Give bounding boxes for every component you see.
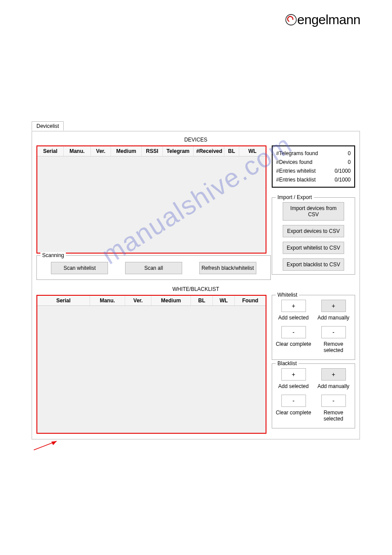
wl-add-manually-button[interactable]: + — [321, 300, 346, 312]
scan-all-button[interactable]: Scan all — [125, 262, 182, 274]
col-wl[interactable]: WL — [239, 146, 266, 156]
bl-add-selected-button[interactable]: + — [281, 368, 306, 381]
devices-heading: DEVICES — [36, 137, 355, 143]
wb-col-ver[interactable]: Ver. — [125, 296, 151, 305]
col-ver[interactable]: Ver. — [91, 146, 111, 156]
wl-remove-button[interactable]: - — [321, 326, 346, 338]
wl-add-selected-button[interactable]: + — [281, 300, 306, 312]
stat-bl-value: 0/1000 — [334, 177, 351, 183]
brand-text: engelmann — [297, 12, 360, 27]
tab-panel: DEVICES Serial Manu. Ver. Medium RSSI Te… — [32, 131, 360, 439]
bl-add-manually-button[interactable]: + — [321, 368, 346, 381]
col-serial[interactable]: Serial — [37, 146, 64, 156]
annotation-arrow-icon — [30, 439, 61, 452]
blacklist-group: Blacklist + + Add selected Add manually … — [272, 363, 355, 428]
bl-clear-button[interactable]: - — [281, 395, 306, 407]
col-bl[interactable]: BL — [224, 146, 239, 156]
blacklist-legend: Blacklist — [276, 360, 298, 366]
stats-panel: #Telegrams found 0 #Devices found 0 #Ent… — [272, 145, 355, 188]
bl-remove-label: Remove selected — [316, 410, 351, 422]
wl-add-selected-label: Add selected — [278, 315, 309, 321]
whitelist-group: Whitelist + + Add selected Add manually … — [272, 295, 355, 360]
devices-table[interactable]: Serial Manu. Ver. Medium RSSI Telegram #… — [36, 145, 266, 254]
wl-clear-label: Clear complete — [276, 341, 311, 353]
bl-clear-label: Clear complete — [276, 410, 311, 422]
brand-logo: engelmann — [285, 12, 360, 27]
stat-devices-label: #Devices found — [276, 159, 313, 165]
scanning-group: Scanning Scan whitelist Scan all Refresh… — [36, 255, 271, 280]
col-rssi[interactable]: RSSI — [142, 146, 163, 156]
wl-add-manually-label: Add manually — [317, 315, 349, 321]
import-export-group: Import / Export Import devices from CSV … — [272, 197, 355, 275]
app-window: Devicelist DEVICES Serial Manu. Ver. Med… — [32, 121, 360, 439]
stat-telegrams-label: #Telegrams found — [276, 150, 318, 156]
wb-col-bl[interactable]: BL — [191, 296, 213, 305]
tab-devicelist[interactable]: Devicelist — [32, 121, 64, 131]
whiteblacklist-table[interactable]: Serial Manu. Ver. Medium BL WL Found — [36, 295, 266, 434]
stat-telegrams-value: 0 — [348, 150, 351, 156]
wb-col-medium[interactable]: Medium — [151, 296, 191, 305]
whitelist-legend: Whitelist — [276, 292, 299, 298]
col-telegram[interactable]: Telegram — [163, 146, 194, 156]
export-devices-button[interactable]: Export devices to CSV — [283, 225, 344, 237]
scan-whitelist-button[interactable]: Scan whitelist — [51, 262, 108, 274]
export-blacklist-button[interactable]: Export blacklist to CSV — [283, 258, 344, 271]
wb-heading: WHITE/BLACKLIST — [36, 286, 355, 292]
stat-wl-label: #Entries whitelist — [276, 168, 316, 174]
wb-table-header: Serial Manu. Ver. Medium BL WL Found — [37, 296, 266, 306]
bl-remove-button[interactable]: - — [321, 395, 346, 407]
wb-col-found[interactable]: Found — [235, 296, 266, 305]
devices-table-header: Serial Manu. Ver. Medium RSSI Telegram #… — [37, 146, 266, 156]
scanning-legend: Scanning — [40, 252, 66, 258]
wb-col-manu[interactable]: Manu. — [90, 296, 125, 305]
bl-add-selected-label: Add selected — [278, 383, 309, 389]
bl-add-manually-label: Add manually — [317, 383, 349, 389]
col-medium[interactable]: Medium — [111, 146, 142, 156]
stat-wl-value: 0/1000 — [334, 168, 351, 174]
wl-remove-label: Remove selected — [316, 341, 351, 353]
wb-col-wl[interactable]: WL — [213, 296, 235, 305]
import-export-legend: Import / Export — [276, 194, 314, 200]
export-whitelist-button[interactable]: Export whitelist to CSV — [283, 242, 344, 254]
col-received[interactable]: #Received — [194, 146, 224, 156]
refresh-lists-button[interactable]: Refresh black/whitelist — [199, 262, 256, 274]
import-devices-button[interactable]: Import devices from CSV — [283, 202, 344, 221]
stat-bl-label: #Entries blacklist — [276, 177, 316, 183]
svg-marker-4 — [51, 441, 57, 445]
stat-devices-value: 0 — [348, 159, 351, 165]
wl-clear-button[interactable]: - — [281, 326, 306, 338]
col-manu[interactable]: Manu. — [64, 146, 91, 156]
wb-col-serial[interactable]: Serial — [37, 296, 90, 305]
